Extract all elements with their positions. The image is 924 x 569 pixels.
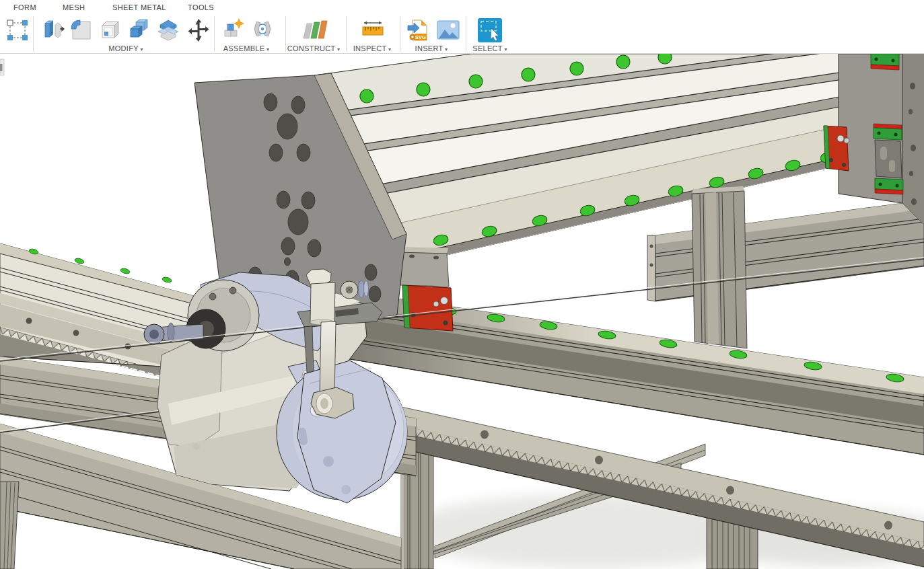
rail-bearing-block-red[interactable] — [402, 285, 453, 331]
insert-svg-icon: SVG — [406, 17, 433, 44]
select-tool[interactable] — [476, 16, 504, 44]
press-pull-icon — [40, 17, 67, 44]
shell-tool[interactable] — [97, 16, 125, 44]
shell-icon — [98, 17, 125, 44]
press-pull-tool[interactable] — [39, 16, 67, 44]
fillet-icon — [68, 17, 95, 44]
z-rail-carriage-bottom[interactable] — [875, 178, 903, 194]
fillet-tool[interactable] — [67, 16, 96, 44]
z-rail-carriage-top[interactable] — [871, 54, 899, 70]
new-component-icon — [220, 17, 247, 44]
new-component-tool[interactable] — [219, 16, 248, 44]
move-tool[interactable] — [184, 16, 213, 44]
browser-panel-toggle[interactable] — [0, 59, 4, 75]
combine-icon — [125, 17, 152, 44]
tab-mesh[interactable]: MESH — [63, 3, 85, 11]
assemble-group-dropdown[interactable]: ASSEMBLE — [223, 44, 270, 52]
construct-plane-tool[interactable] — [300, 16, 328, 44]
split-body-icon — [155, 17, 182, 44]
insert-group-dropdown[interactable]: INSERT — [415, 44, 448, 52]
canvas-icon — [435, 17, 462, 44]
joint-tool[interactable] — [248, 16, 277, 44]
frame-post-right[interactable] — [692, 186, 747, 348]
box-select-tool[interactable] — [3, 16, 32, 44]
inspect-group-dropdown[interactable]: INSPECT — [353, 44, 392, 52]
viewport-3d[interactable] — [0, 0, 924, 569]
toolbar-divider — [214, 16, 215, 52]
toolbar-divider — [466, 16, 466, 52]
main-toolbar: FORM MESH SHEET METAL TOOLS — [0, 0, 924, 54]
rail-bearing-mount[interactable] — [398, 247, 449, 287]
canvas-tool[interactable] — [434, 16, 462, 44]
joint-icon — [249, 17, 276, 44]
combine-tool[interactable] — [125, 16, 153, 44]
toolbar-divider — [33, 16, 34, 52]
measure-icon — [359, 17, 386, 44]
z-carriage-bracket[interactable] — [875, 140, 902, 178]
split-body-tool[interactable] — [154, 16, 182, 44]
box-select-icon — [5, 18, 30, 42]
construct-plane-icon — [301, 17, 328, 44]
toolbar-divider — [346, 16, 347, 52]
insert-svg-tool[interactable]: SVG — [406, 16, 434, 44]
tab-tools[interactable]: TOOLS — [188, 3, 214, 11]
gantry-rail-end-block[interactable] — [824, 126, 849, 171]
measure-tool[interactable] — [359, 16, 387, 44]
fusion-window: FORM MESH SHEET METAL TOOLS — [0, 0, 924, 569]
move-icon — [185, 17, 212, 44]
construct-group-dropdown[interactable]: CONSTRUCT — [287, 44, 341, 52]
tab-form[interactable]: FORM — [13, 3, 36, 11]
toolbar-divider — [400, 16, 400, 52]
modify-group-dropdown[interactable]: MODIFY — [108, 44, 143, 52]
select-group-dropdown[interactable]: SELECT — [472, 44, 507, 52]
toolbar-divider — [285, 16, 286, 52]
tab-sheet-metal[interactable]: SHEET METAL — [112, 3, 166, 11]
svg-text:SVG: SVG — [415, 34, 426, 40]
select-window-icon — [476, 17, 503, 44]
z-rail-carriage-mid[interactable] — [874, 124, 902, 140]
